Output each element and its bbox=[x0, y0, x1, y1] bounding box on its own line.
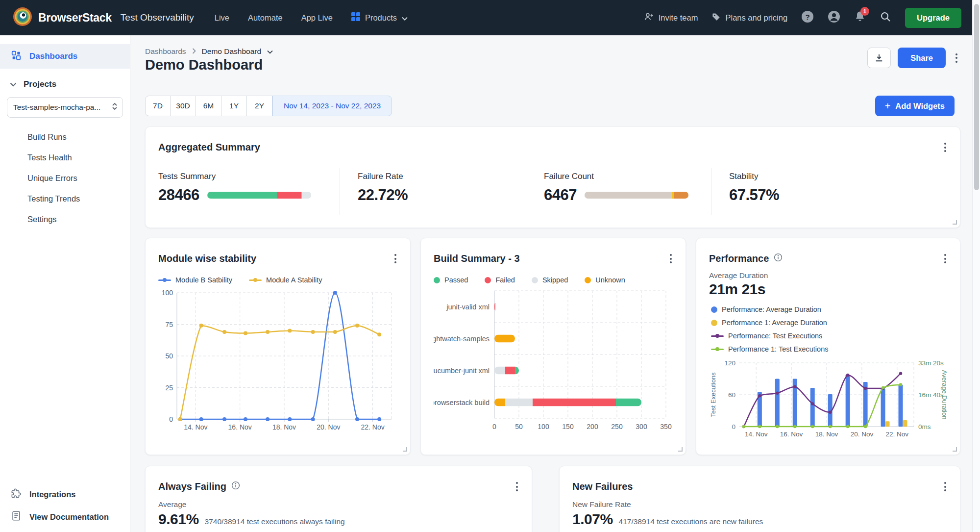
sidebar-projects-label: Projects bbox=[24, 79, 56, 89]
upgrade-button[interactable]: Upgrade bbox=[905, 8, 961, 28]
svg-text:200: 200 bbox=[587, 423, 598, 431]
svg-text:100: 100 bbox=[162, 289, 173, 297]
legend-perf-test-executions[interactable]: Performance: Test Executions bbox=[711, 332, 960, 340]
legend-label: Performance: Test Executions bbox=[728, 332, 822, 340]
range-6m[interactable]: 6M bbox=[196, 96, 221, 116]
sidebar-item-dashboards[interactable]: Dashboards bbox=[0, 44, 130, 69]
svg-text:100: 100 bbox=[538, 423, 549, 431]
legend-unknown[interactable]: Unknown bbox=[585, 276, 625, 284]
new-failures-title: New Failures bbox=[572, 481, 633, 492]
add-widgets-button[interactable]: + Add Widgets bbox=[875, 96, 955, 116]
chevron-down-icon[interactable] bbox=[267, 47, 273, 56]
document-icon bbox=[11, 510, 22, 523]
download-button[interactable] bbox=[867, 48, 891, 68]
info-icon[interactable] bbox=[774, 253, 783, 264]
svg-text:18. Nov: 18. Nov bbox=[272, 423, 296, 431]
always-failing-desc: 3740/38914 test executions always failin… bbox=[205, 517, 345, 526]
plans-pricing-button[interactable]: Plans and pricing bbox=[711, 12, 787, 24]
breadcrumb-current[interactable]: Demo Dashboard bbox=[202, 47, 261, 56]
module-stability-kebab[interactable] bbox=[392, 251, 399, 266]
svg-text:33m 20s: 33m 20s bbox=[918, 359, 944, 367]
range-1y[interactable]: 1Y bbox=[221, 96, 247, 116]
invite-team-button[interactable]: Invite team bbox=[644, 12, 698, 24]
aggregated-summary-kebab[interactable] bbox=[941, 140, 949, 155]
svg-text:16. Nov: 16. Nov bbox=[780, 431, 803, 438]
chevron-down-icon bbox=[402, 13, 408, 23]
sidebar-item-settings[interactable]: Settings bbox=[0, 209, 130, 229]
sidebar-item-build-runs[interactable]: Build Runs bbox=[0, 127, 130, 147]
sidebar-item-tests-health[interactable]: Tests Health bbox=[0, 147, 130, 168]
module-stability-title: Module wise stability bbox=[158, 253, 256, 264]
sidebar-item-integrations[interactable]: Integrations bbox=[0, 483, 130, 506]
products-menu[interactable]: Products bbox=[351, 12, 408, 23]
page-kebab-menu[interactable] bbox=[953, 51, 960, 66]
failure-count-bar bbox=[585, 192, 688, 199]
breadcrumb-dashboards[interactable]: Dashboards bbox=[145, 47, 186, 56]
nav-link-applive[interactable]: App Live bbox=[301, 13, 333, 23]
svg-text:20. Nov: 20. Nov bbox=[317, 423, 340, 431]
always-failing-value: 9.61% bbox=[158, 511, 199, 528]
svg-text:16. Nov: 16. Nov bbox=[228, 423, 252, 431]
svg-text:20. Nov: 20. Nov bbox=[851, 431, 874, 438]
page-scrollbar bbox=[972, 0, 980, 532]
metric-label: Stability bbox=[729, 172, 960, 181]
resize-handle[interactable] bbox=[403, 447, 407, 452]
scrollbar-thumb[interactable] bbox=[974, 4, 979, 190]
build-summary-kebab[interactable] bbox=[667, 251, 675, 266]
notifications-bell-icon[interactable]: 1 bbox=[854, 10, 866, 25]
nav-link-automate[interactable]: Automate bbox=[248, 13, 283, 23]
performance-legend: Performance: Average Duration Performanc… bbox=[696, 298, 960, 353]
legend-label: Unknown bbox=[595, 276, 625, 284]
sidebar-projects-toggle[interactable]: Projects bbox=[0, 79, 130, 89]
svg-text:18. Nov: 18. Nov bbox=[815, 431, 838, 438]
range-30d[interactable]: 30D bbox=[171, 96, 196, 116]
resize-handle[interactable] bbox=[953, 220, 957, 225]
new-failures-kebab[interactable] bbox=[941, 479, 949, 494]
info-icon[interactable] bbox=[231, 481, 240, 492]
dashboards-grid-icon bbox=[11, 50, 22, 63]
sidebar-item-testing-trends[interactable]: Testing Trends bbox=[0, 188, 130, 209]
svg-text:14. Nov: 14. Nov bbox=[184, 423, 207, 431]
legend-module-b[interactable]: Module B Satbility bbox=[158, 276, 232, 284]
legend-perf-avg-duration[interactable]: Performance: Average Duration bbox=[711, 305, 960, 313]
legend-label: Module B Satbility bbox=[175, 276, 232, 284]
range-2y[interactable]: 2Y bbox=[247, 96, 272, 116]
project-select[interactable]: Test-samples-mocha-pa... bbox=[7, 97, 123, 118]
legend-skipped[interactable]: Skipped bbox=[532, 276, 568, 284]
legend-passed[interactable]: Passed bbox=[434, 276, 468, 284]
always-failing-title: Always Failing bbox=[158, 481, 240, 492]
new-failures-metric-label: New Failure Rate bbox=[560, 494, 960, 509]
metric-value: 28466 bbox=[158, 186, 199, 204]
search-icon[interactable] bbox=[880, 11, 891, 25]
notification-badge: 1 bbox=[860, 7, 869, 16]
range-7d[interactable]: 7D bbox=[145, 96, 171, 116]
metric-value: 67.57% bbox=[729, 186, 779, 204]
product-name: Test Observability bbox=[121, 12, 194, 23]
project-select-value: Test-samples-mocha-pa... bbox=[13, 103, 100, 112]
top-navbar: BrowserStack Test Observability Live Aut… bbox=[0, 0, 980, 35]
always-failing-kebab[interactable] bbox=[513, 479, 521, 494]
performance-card: Performance Average Duration 21m 21s Per… bbox=[696, 238, 960, 455]
brand-name[interactable]: BrowserStack bbox=[38, 11, 112, 25]
resize-handle[interactable] bbox=[953, 447, 957, 452]
resize-handle[interactable] bbox=[678, 447, 683, 452]
help-icon[interactable]: ? bbox=[801, 10, 814, 25]
performance-kebab[interactable] bbox=[941, 251, 949, 266]
svg-text:50: 50 bbox=[165, 352, 173, 360]
sidebar-item-view-documentation[interactable]: View Documentation bbox=[0, 506, 130, 528]
legend-perf1-avg-duration[interactable]: Performance 1: Average Duration bbox=[711, 319, 960, 327]
date-range-picker[interactable]: Nov 14, 2023 - Nov 22, 2023 bbox=[272, 96, 392, 116]
puzzle-icon bbox=[11, 488, 22, 501]
metric-failure-count: Failure Count 6467 bbox=[526, 168, 711, 215]
legend-module-a[interactable]: Module A Stability bbox=[249, 276, 322, 284]
metric-label: Tests Summary bbox=[158, 172, 340, 181]
sidebar-item-unique-errors[interactable]: Unique Errors bbox=[0, 168, 130, 188]
legend-perf1-test-executions[interactable]: Performance 1: Test Executions bbox=[711, 345, 960, 353]
account-icon[interactable] bbox=[828, 10, 840, 25]
legend-failed[interactable]: Failed bbox=[485, 276, 515, 284]
share-button[interactable]: Share bbox=[898, 48, 946, 68]
svg-text:350: 350 bbox=[660, 423, 672, 431]
nav-link-live[interactable]: Live bbox=[215, 13, 229, 23]
metric-value: 22.72% bbox=[358, 186, 408, 204]
metric-label: Failure Count bbox=[544, 172, 711, 181]
